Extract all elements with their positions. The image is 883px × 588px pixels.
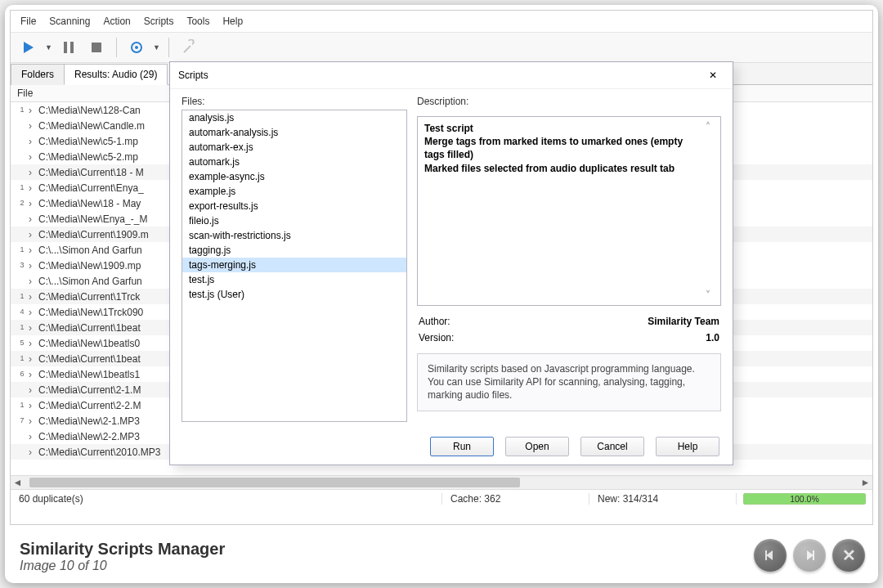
chevron-right-icon[interactable]: ›	[29, 447, 38, 458]
scroll-left-icon[interactable]: ◄	[11, 477, 25, 488]
chevron-right-icon[interactable]: ›	[29, 400, 38, 411]
list-item[interactable]: example.js	[182, 184, 406, 199]
chevron-right-icon[interactable]: ›	[29, 338, 38, 349]
group-gutter: 1	[16, 184, 29, 191]
chevron-right-icon[interactable]: ›	[29, 105, 38, 116]
tab-folders[interactable]: Folders	[11, 64, 65, 85]
chevron-right-icon[interactable]: ›	[29, 167, 38, 178]
list-item[interactable]: fileio.js	[182, 213, 406, 228]
menu-help[interactable]: Help	[222, 16, 243, 27]
description-text: Test scriptMerge tags from marked items …	[424, 123, 683, 174]
list-item[interactable]: analysis.js	[182, 110, 406, 125]
group-gutter: 1	[16, 355, 29, 362]
tools-button[interactable]	[177, 36, 200, 59]
wrench-icon	[181, 39, 197, 56]
svg-point-5	[135, 46, 138, 49]
status-progress: 100.0%	[743, 493, 866, 505]
dialog-titlebar[interactable]: Scripts ✕	[170, 62, 733, 89]
description-box: Test scriptMerge tags from marked items …	[417, 116, 721, 306]
status-new: New: 314/314	[589, 493, 737, 505]
close-lightbox-button[interactable]: ✕	[832, 539, 865, 572]
chevron-right-icon[interactable]: ›	[29, 307, 38, 318]
scroll-right-icon[interactable]: ►	[858, 477, 872, 488]
list-item[interactable]: test.js (User)	[182, 287, 406, 302]
column-file[interactable]: File	[17, 88, 33, 99]
group-gutter: 5	[16, 339, 29, 347]
chevron-right-icon[interactable]: ›	[29, 151, 38, 163]
scroll-thumb[interactable]	[29, 478, 520, 487]
list-item[interactable]: tagging.js	[182, 243, 406, 258]
play-button[interactable]	[17, 36, 40, 59]
gear-icon	[128, 39, 145, 56]
chevron-right-icon[interactable]: ›	[29, 260, 38, 272]
tab-results[interactable]: Results: Audio (29)	[64, 64, 168, 85]
chevron-right-icon[interactable]: ›	[29, 431, 38, 442]
svg-rect-9	[813, 550, 814, 560]
lightbox-frame: File Scanning Action Scripts Tools Help …	[5, 5, 878, 583]
prev-button[interactable]	[754, 539, 787, 572]
pause-icon	[61, 39, 77, 56]
list-item[interactable]: tags-merging.js	[182, 258, 406, 272]
chevron-right-icon[interactable]: ›	[29, 276, 38, 287]
chevron-right-icon[interactable]: ›	[29, 369, 38, 380]
list-item[interactable]: automark-ex.js	[182, 140, 406, 155]
description-scrollbar[interactable]: ˄˅	[706, 120, 717, 302]
dialog-title: Scripts	[178, 70, 208, 81]
chevron-right-icon[interactable]: ›	[29, 291, 38, 303]
chevron-right-icon[interactable]: ›	[29, 213, 38, 225]
horizontal-scrollbar[interactable]: ◄ ►	[11, 475, 872, 489]
list-item[interactable]: scan-with-restrictions.js	[182, 228, 406, 243]
toolbar-separator	[116, 38, 117, 57]
info-box: Similarity scripts based on Javascript p…	[417, 353, 721, 411]
menu-tools[interactable]: Tools	[186, 16, 209, 27]
chevron-right-icon[interactable]: ›	[29, 322, 38, 334]
chevron-right-icon[interactable]: ›	[29, 384, 38, 396]
close-button[interactable]: ✕	[701, 66, 724, 84]
chevron-right-icon[interactable]: ›	[29, 182, 38, 194]
open-button[interactable]: Open	[505, 437, 569, 456]
menu-file[interactable]: File	[20, 16, 36, 27]
run-button[interactable]: Run	[430, 437, 494, 456]
svg-marker-8	[807, 550, 814, 560]
scripts-dialog: Scripts ✕ Files: analysis.jsautomark-ana…	[169, 61, 733, 465]
chevron-right-icon[interactable]: ›	[29, 198, 38, 209]
settings-dropdown[interactable]: ▼	[153, 43, 160, 52]
list-item[interactable]: automark-analysis.js	[182, 125, 406, 140]
next-button[interactable]	[793, 539, 826, 572]
menu-scripts[interactable]: Scripts	[144, 16, 174, 27]
list-item[interactable]: automark.js	[182, 155, 406, 169]
group-gutter: 2	[16, 200, 29, 207]
next-icon	[802, 548, 817, 563]
chevron-right-icon[interactable]: ›	[29, 136, 38, 147]
status-duplicates: 60 duplicate(s)	[11, 493, 442, 505]
stop-icon	[88, 39, 105, 56]
chevron-right-icon[interactable]: ›	[29, 415, 38, 427]
chevron-right-icon[interactable]: ›	[29, 229, 38, 240]
list-item[interactable]: export-results.js	[182, 199, 406, 213]
play-dropdown[interactable]: ▼	[45, 43, 52, 52]
settings-button[interactable]	[125, 36, 148, 59]
caption-title: Similarity Scripts Manager	[20, 540, 225, 559]
files-listbox[interactable]: analysis.jsautomark-analysis.jsautomark-…	[182, 110, 407, 422]
version-label: Version:	[419, 332, 454, 343]
stop-button[interactable]	[85, 36, 108, 59]
chevron-right-icon[interactable]: ›	[29, 353, 38, 365]
group-gutter: 1	[16, 402, 29, 409]
help-button[interactable]: Help	[656, 437, 719, 456]
lightbox-caption: Similarity Scripts Manager Image 10 of 1…	[20, 540, 225, 573]
group-gutter: 4	[16, 308, 29, 316]
menu-scanning[interactable]: Scanning	[49, 16, 90, 27]
close-icon: ✕	[709, 70, 717, 81]
pause-button[interactable]	[57, 36, 80, 59]
toolbar: ▼ ▼	[11, 33, 872, 63]
caption-subtitle: Image 10 of 10	[20, 559, 225, 573]
list-item[interactable]: example-async.js	[182, 169, 406, 184]
chevron-right-icon[interactable]: ›	[29, 120, 38, 132]
group-gutter: 7	[16, 417, 29, 424]
chevron-right-icon[interactable]: ›	[29, 245, 38, 256]
cancel-button[interactable]: Cancel	[580, 437, 644, 456]
list-item[interactable]: test.js	[182, 272, 406, 287]
progress-label: 100.0%	[744, 494, 865, 501]
menu-action[interactable]: Action	[103, 16, 130, 27]
svg-marker-0	[24, 42, 34, 53]
